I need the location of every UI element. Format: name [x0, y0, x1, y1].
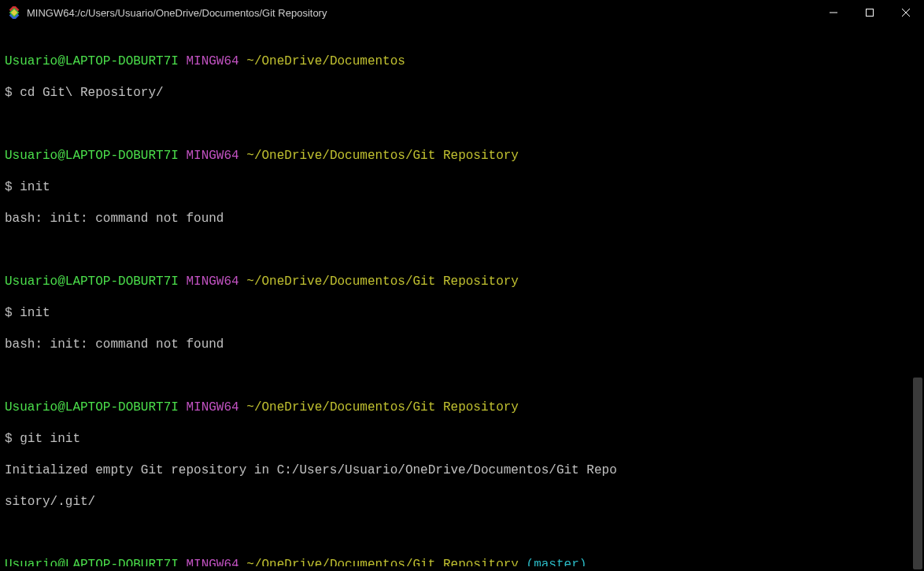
command-line: $ init [5, 179, 919, 195]
maximize-button[interactable] [852, 0, 888, 25]
prompt-line: Usuario@LAPTOP-DOBURT7I MINGW64 ~/OneDri… [5, 274, 919, 289]
terminal-window: MINGW64:/c/Users/Usuario/OneDrive/Docume… [0, 0, 924, 571]
svg-rect-5 [867, 9, 874, 17]
window-title: MINGW64:/c/Users/Usuario/OneDrive/Docume… [27, 7, 327, 19]
prompt-line: Usuario@LAPTOP-DOBURT7I MINGW64 ~/OneDri… [5, 53, 919, 69]
prompt-line: Usuario@LAPTOP-DOBURT7I MINGW64 ~/OneDri… [5, 557, 919, 566]
command-line: $ cd Git\ Repository/ [5, 85, 919, 101]
window-controls [815, 0, 924, 25]
command-line: $ git init [5, 431, 919, 447]
titlebar[interactable]: MINGW64:/c/Users/Usuario/OneDrive/Docume… [0, 0, 924, 25]
git-bash-icon [8, 6, 20, 19]
command-line: $ init [5, 305, 919, 321]
output-line: bash: init: command not found [5, 211, 919, 227]
output-line: bash: init: command not found [5, 337, 919, 352]
terminal-body[interactable]: Usuario@LAPTOP-DOBURT7I MINGW64 ~/OneDri… [5, 38, 919, 566]
output-line: Initialized empty Git repository in C:/U… [5, 462, 919, 478]
output-line: sitory/.git/ [5, 494, 919, 510]
minimize-button[interactable] [815, 0, 852, 25]
close-button[interactable] [888, 0, 924, 25]
prompt-line: Usuario@LAPTOP-DOBURT7I MINGW64 ~/OneDri… [5, 148, 919, 164]
scrollbar-thumb[interactable] [913, 378, 922, 569]
prompt-line: Usuario@LAPTOP-DOBURT7I MINGW64 ~/OneDri… [5, 400, 919, 415]
